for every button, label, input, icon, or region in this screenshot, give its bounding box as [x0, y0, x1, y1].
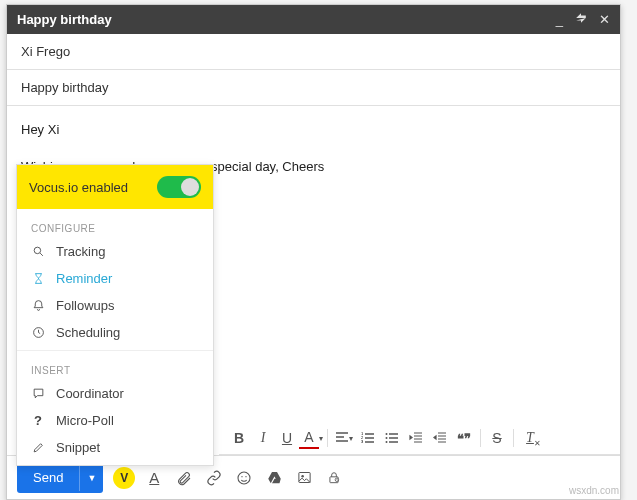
vocus-title: Vocus.io enabled — [29, 180, 128, 195]
format-toolbar: B I U A ▾ ▾ 123 ❝❞ S T✕ — [219, 422, 620, 455]
search-icon — [31, 245, 45, 259]
snippet-label: Snippet — [56, 440, 100, 455]
svg-point-8 — [246, 476, 247, 477]
tracking-label: Tracking — [56, 244, 105, 259]
bell-icon — [31, 299, 45, 313]
expand-icon[interactable] — [575, 12, 587, 27]
svg-point-13 — [34, 247, 41, 254]
snippet-item[interactable]: Snippet — [17, 434, 213, 461]
svg-point-6 — [238, 472, 250, 484]
reminder-label: Reminder — [56, 271, 112, 286]
coordinator-label: Coordinator — [56, 386, 124, 401]
subject-field[interactable]: Happy birthday — [7, 70, 620, 106]
textformat-button[interactable]: A — [143, 467, 165, 489]
scheduling-item[interactable]: Scheduling — [17, 319, 213, 346]
photo-icon[interactable] — [293, 467, 315, 489]
quote-button[interactable]: ❝❞ — [452, 427, 476, 449]
svg-point-5 — [386, 441, 388, 443]
reminder-item[interactable]: Reminder — [17, 265, 213, 292]
svg-point-4 — [386, 437, 388, 439]
minimize-icon[interactable]: _ — [556, 12, 563, 27]
vocus-configure-section: CONFIGURE Tracking Reminder Followups Sc… — [17, 209, 213, 350]
scheduling-label: Scheduling — [56, 325, 120, 340]
underline-button[interactable]: U — [275, 427, 299, 449]
compose-tools: V A — [113, 467, 345, 489]
question-icon: ? — [31, 414, 45, 428]
svg-point-7 — [242, 476, 243, 477]
send-button-group: Send ▼ — [17, 462, 103, 493]
separator — [513, 429, 514, 447]
clearformat-button[interactable]: T✕ — [518, 427, 542, 449]
vocus-header: Vocus.io enabled — [17, 165, 213, 209]
configure-label: CONFIGURE — [17, 217, 213, 238]
watermark: wsxdn.com — [569, 485, 619, 496]
vocus-panel: Vocus.io enabled CONFIGURE Tracking Remi… — [16, 164, 214, 466]
clock-icon — [31, 326, 45, 340]
close-icon[interactable]: ✕ — [599, 12, 610, 27]
emoji-icon[interactable] — [233, 467, 255, 489]
link-icon[interactable] — [203, 467, 225, 489]
separator — [327, 429, 328, 447]
body-greeting: Hey Xi — [21, 120, 606, 141]
coordinator-item[interactable]: Coordinator — [17, 380, 213, 407]
tracking-item[interactable]: Tracking — [17, 238, 213, 265]
attach-icon[interactable] — [173, 467, 195, 489]
followups-label: Followups — [56, 298, 115, 313]
drive-icon[interactable] — [263, 467, 285, 489]
textcolor-button[interactable]: A ▾ — [299, 427, 323, 449]
vocus-insert-section: INSERT Coordinator ? Micro-Poll Snippet — [17, 350, 213, 465]
compose-title: Happy birthday — [17, 12, 112, 27]
svg-text:3: 3 — [361, 439, 364, 444]
hourglass-icon — [31, 272, 45, 286]
svg-point-10 — [301, 475, 304, 478]
numberlist-button[interactable]: 123 — [356, 427, 380, 449]
micropoll-label: Micro-Poll — [56, 413, 114, 428]
recipient-field[interactable]: Xi Frego — [7, 34, 620, 70]
svg-point-3 — [386, 433, 388, 435]
bold-button[interactable]: B — [227, 427, 251, 449]
align-button[interactable]: ▾ — [332, 427, 356, 449]
insert-label: INSERT — [17, 359, 213, 380]
lock-icon[interactable] — [323, 467, 345, 489]
chat-icon — [31, 387, 45, 401]
send-more-button[interactable]: ▼ — [79, 465, 103, 491]
italic-button[interactable]: I — [251, 427, 275, 449]
window-controls: _ ✕ — [556, 12, 610, 27]
vocus-button[interactable]: V — [113, 467, 135, 489]
outdent-button[interactable] — [404, 427, 428, 449]
micropoll-item[interactable]: ? Micro-Poll — [17, 407, 213, 434]
pencil-icon — [31, 441, 45, 455]
indent-button[interactable] — [428, 427, 452, 449]
bulletlist-button[interactable] — [380, 427, 404, 449]
followups-item[interactable]: Followups — [17, 292, 213, 319]
strike-button[interactable]: S — [485, 427, 509, 449]
send-button[interactable]: Send — [17, 462, 79, 493]
vocus-toggle[interactable] — [157, 176, 201, 198]
compose-header: Happy birthday _ ✕ — [7, 5, 620, 34]
separator — [480, 429, 481, 447]
